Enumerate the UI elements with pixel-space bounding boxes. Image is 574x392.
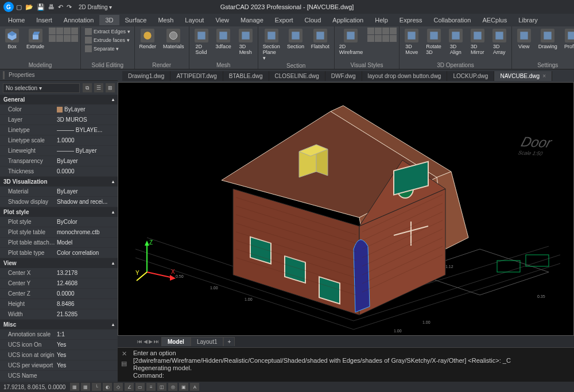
tab-prev-icon[interactable]: ◀ bbox=[144, 339, 148, 344]
quickselect-icon[interactable]: ⧉ bbox=[83, 83, 92, 92]
property-row[interactable]: MaterialByLayer bbox=[0, 187, 118, 197]
3darray-button[interactable]: 3DArray bbox=[490, 28, 509, 56]
drawing-viewport[interactable]: 0.50 1.00 1.00 1.00 1.00 1.00 1.12 0.35 bbox=[118, 82, 574, 336]
palette-swatch[interactable] bbox=[375, 28, 382, 34]
3dmove-button[interactable]: 3DMove bbox=[402, 28, 421, 56]
materials-button[interactable]: Materials bbox=[161, 28, 187, 51]
pickadd-icon[interactable]: ⊞ bbox=[106, 83, 115, 92]
palette-swatch[interactable] bbox=[56, 35, 63, 42]
box-button[interactable]: Box bbox=[2, 28, 22, 51]
annoscale-toggle[interactable]: A bbox=[190, 383, 199, 391]
tab-help[interactable]: Help bbox=[369, 15, 394, 25]
secplane-button[interactable]: SectionPlane ▾ bbox=[261, 28, 282, 62]
palette-swatch[interactable] bbox=[390, 35, 397, 42]
property-row[interactable]: Plot table typeColor correlation bbox=[0, 248, 118, 258]
palette-swatch[interactable] bbox=[64, 35, 71, 42]
open-icon[interactable]: 📂 bbox=[25, 3, 33, 11]
property-row[interactable]: Height8.8486 bbox=[0, 299, 118, 309]
undo-icon[interactable]: ↶ bbox=[58, 3, 63, 11]
layout-tab[interactable]: Layout1 bbox=[191, 337, 224, 346]
palette-swatch[interactable] bbox=[390, 28, 397, 34]
render-button[interactable]: Render bbox=[137, 28, 159, 51]
doc-tab[interactable]: Drawing1.dwg bbox=[122, 71, 170, 81]
palette-swatch[interactable] bbox=[49, 28, 56, 34]
property-group-header[interactable]: Plot style▴ bbox=[0, 207, 118, 217]
rotate3d-button[interactable]: Rotate3D bbox=[424, 28, 444, 56]
dyn-toggle[interactable]: ▭ bbox=[135, 383, 145, 391]
palette-swatch[interactable] bbox=[367, 35, 374, 42]
selection-icon[interactable]: ☰ bbox=[94, 83, 103, 92]
grid-toggle[interactable]: ▦ bbox=[81, 383, 90, 391]
ribbon-item[interactable]: Separate ▾ bbox=[83, 45, 132, 53]
property-row[interactable]: Lineweight——— ByLayer bbox=[0, 146, 118, 156]
redo-icon[interactable]: ↷ bbox=[67, 3, 72, 11]
doc-tab[interactable]: layout drop down button.dwg bbox=[362, 71, 448, 81]
cmd-expand-icon[interactable]: ▤ bbox=[121, 360, 127, 367]
palette-swatch[interactable] bbox=[56, 28, 63, 34]
property-row[interactable]: Shadow displayShadow and recei... bbox=[0, 197, 118, 207]
otrack-toggle[interactable]: ∠ bbox=[125, 383, 134, 391]
3dmirror-button[interactable]: 3DMirror bbox=[468, 28, 487, 56]
property-row[interactable]: UCS Name bbox=[0, 371, 118, 381]
tab-export[interactable]: Export bbox=[269, 15, 299, 25]
doc-tab[interactable]: CLOSELINE.dwg bbox=[269, 71, 325, 81]
doc-tab[interactable]: ATTIPEDIT.dwg bbox=[170, 71, 223, 81]
tab-express[interactable]: Express bbox=[394, 15, 428, 25]
3dmesh-button[interactable]: 3DMesh bbox=[236, 28, 255, 56]
palette-swatch[interactable] bbox=[71, 28, 78, 34]
palette-swatch[interactable] bbox=[49, 35, 56, 42]
transparency-toggle[interactable]: ◫ bbox=[157, 383, 166, 391]
3dalign-button[interactable]: 3DAlign bbox=[446, 28, 466, 56]
plot-icon[interactable]: 🖶 bbox=[48, 3, 55, 11]
tab-first-icon[interactable]: ⏮ bbox=[137, 339, 142, 344]
drawing-button[interactable]: Drawing bbox=[536, 28, 560, 51]
tab-view[interactable]: View bbox=[210, 15, 235, 25]
tab-application[interactable]: Application bbox=[327, 15, 369, 25]
property-row[interactable]: ColorByLayer bbox=[0, 104, 118, 115]
property-row[interactable]: Plot style tablemonochrome.ctb bbox=[0, 227, 118, 238]
property-group-header[interactable]: 3D Visualization▴ bbox=[0, 177, 118, 187]
palette-swatch[interactable] bbox=[64, 28, 71, 34]
new-icon[interactable]: ▢ bbox=[16, 3, 22, 11]
property-row[interactable]: TransparencyByLayer bbox=[0, 156, 118, 166]
properties-header[interactable]: Properties bbox=[0, 69, 118, 81]
cmd-history-icon[interactable]: ✕ bbox=[122, 350, 127, 358]
doc-tab[interactable]: NAVCUBE.dwg× bbox=[494, 71, 552, 81]
tab-aecplus[interactable]: AECplus bbox=[476, 15, 513, 25]
tab-annotation[interactable]: Annotation bbox=[58, 15, 100, 25]
lwt-toggle[interactable]: ≡ bbox=[146, 383, 156, 391]
tab-cloud[interactable]: Cloud bbox=[299, 15, 327, 25]
2dwire-button[interactable]: 2DWireframe bbox=[337, 28, 366, 56]
layout-tab[interactable]: Model bbox=[161, 337, 191, 346]
palette-swatch[interactable] bbox=[367, 28, 374, 34]
tab-last-icon[interactable]: ⏭ bbox=[154, 339, 159, 344]
ortho-toggle[interactable]: └ bbox=[92, 383, 101, 391]
tab-manage[interactable]: Manage bbox=[235, 15, 269, 25]
osnap-toggle[interactable]: ◇ bbox=[114, 383, 123, 391]
property-row[interactable]: Linetype——— BYLAYE... bbox=[0, 125, 118, 135]
doc-tab[interactable]: LOCKUP.dwg bbox=[447, 71, 494, 81]
doc-tab[interactable]: DWF.dwg bbox=[325, 71, 362, 81]
flatshot-button[interactable]: Flatshot bbox=[309, 28, 332, 51]
tab-layout[interactable]: Layout bbox=[179, 15, 210, 25]
property-row[interactable]: Width21.5285 bbox=[0, 309, 118, 320]
tab-next-icon[interactable]: ▶ bbox=[149, 339, 153, 344]
model-toggle[interactable]: ▣ bbox=[179, 383, 188, 391]
property-row[interactable]: Center Z0.0000 bbox=[0, 289, 118, 299]
tab-mesh[interactable]: Mesh bbox=[152, 15, 179, 25]
workspace-selector[interactable]: 2D Drafting ▾ bbox=[79, 4, 112, 10]
palette-swatch[interactable] bbox=[382, 35, 389, 42]
tab-surface[interactable]: Surface bbox=[119, 15, 153, 25]
ribbon-item[interactable]: Extrude faces ▾ bbox=[83, 36, 132, 44]
property-group-header[interactable]: View▴ bbox=[0, 258, 118, 268]
property-row[interactable]: Center X13.2178 bbox=[0, 268, 118, 278]
tab-insert[interactable]: Insert bbox=[30, 15, 58, 25]
palette-swatch[interactable] bbox=[382, 28, 389, 34]
property-row[interactable]: Linetype scale1.0000 bbox=[0, 135, 118, 146]
app-logo[interactable]: G bbox=[3, 2, 14, 12]
snap-toggle[interactable]: ▦ bbox=[70, 383, 79, 391]
cycling-toggle[interactable]: ◎ bbox=[168, 383, 177, 391]
selection-dropdown[interactable]: No selection ▾ bbox=[3, 83, 80, 93]
add-layout-tab[interactable]: + bbox=[223, 337, 235, 346]
property-row[interactable]: Plot table attache...Model bbox=[0, 238, 118, 248]
